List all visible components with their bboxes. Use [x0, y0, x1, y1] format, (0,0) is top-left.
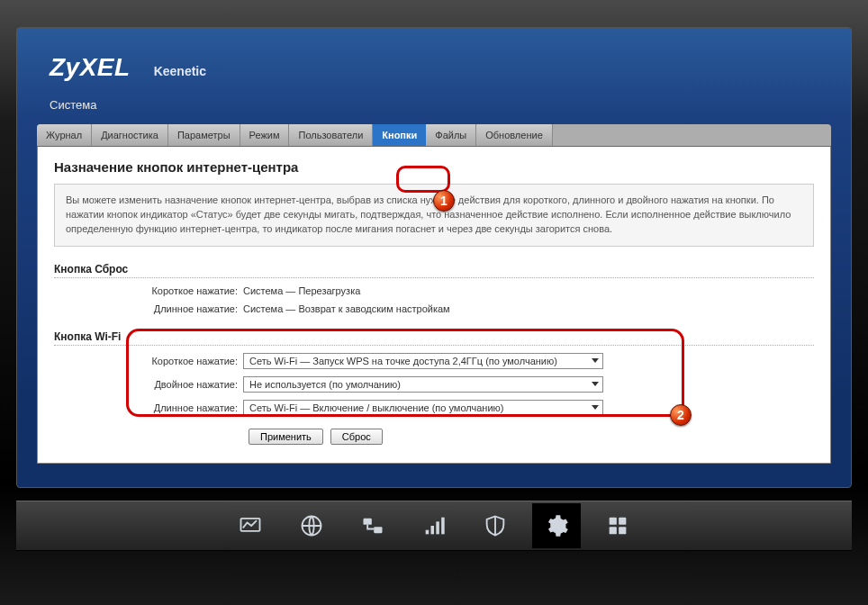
tab-parameters[interactable]: Параметры [168, 124, 240, 146]
tab-mode[interactable]: Режим [240, 124, 290, 146]
svg-rect-3 [374, 527, 382, 533]
wifi-long-select[interactable]: Сеть Wi-Fi — Включение / выключение (по … [243, 400, 603, 416]
wifi-short-label: Короткое нажатие: [54, 356, 243, 366]
reset-button-heading: Кнопка Сброс [54, 263, 814, 278]
tab-journal[interactable]: Журнал [37, 124, 92, 146]
wifi-short-row: Короткое нажатие: Сеть Wi-Fi — Запуск WP… [54, 353, 814, 369]
svg-rect-7 [441, 518, 445, 535]
taskbar-globe-icon[interactable] [287, 503, 336, 548]
svg-rect-4 [426, 530, 429, 535]
wifi-long-label: Длинное нажатие: [54, 402, 243, 413]
svg-rect-11 [619, 527, 626, 534]
wifi-double-label: Двойное нажатие: [54, 379, 243, 390]
action-row: Применить Сброс [54, 429, 814, 445]
svg-rect-6 [436, 521, 439, 534]
reset-short-value: Система — Перезагрузка [243, 285, 360, 296]
chevron-down-icon [592, 405, 599, 410]
apply-button[interactable]: Применить [249, 429, 323, 445]
wifi-button-heading: Кнопка Wi-Fi [54, 330, 814, 346]
wifi-double-row: Двойное нажатие: Не используется (по умо… [54, 376, 814, 393]
section-label: Система [50, 98, 818, 112]
reset-long-label: Длинное нажатие: [54, 303, 243, 314]
wifi-double-select[interactable]: Не используется (по умолчанию) [243, 376, 603, 393]
reset-long-value: Система — Возврат к заводским настройкам [243, 303, 450, 314]
reset-long-row: Длинное нажатие: Система — Возврат к зав… [54, 303, 814, 314]
chevron-down-icon [592, 382, 599, 386]
svg-rect-2 [364, 519, 372, 525]
tab-files[interactable]: Файлы [426, 124, 476, 146]
wifi-double-value: Не используется (по умолчанию) [249, 379, 401, 390]
tab-update[interactable]: Обновление [476, 124, 553, 146]
wifi-long-row: Длинное нажатие: Сеть Wi-Fi — Включение … [54, 400, 814, 416]
wifi-long-value: Сеть Wi-Fi — Включение / выключение (по … [249, 402, 503, 413]
annotation-badge-2: 2 [670, 404, 692, 426]
svg-rect-8 [610, 518, 617, 525]
reset-short-row: Короткое нажатие: Система — Перезагрузка [54, 285, 814, 296]
help-text: Вы можете изменить назначение кнопок инт… [54, 184, 814, 247]
tab-diagnostics[interactable]: Диагностика [92, 124, 168, 146]
taskbar-signal-icon[interactable] [410, 503, 458, 548]
page-title: Назначение кнопок интернет-центра [54, 159, 814, 175]
model-name: Keenetic [154, 64, 206, 78]
taskbar-network-icon[interactable] [348, 503, 397, 548]
svg-rect-10 [610, 527, 617, 534]
brand-logo: ZyXEL [50, 53, 131, 82]
svg-rect-5 [431, 526, 435, 534]
svg-rect-9 [619, 518, 626, 525]
app-window: ZyXEL Keenetic Система Журнал Диагностик… [16, 27, 852, 488]
annotation-badge-1: 1 [433, 190, 455, 212]
taskbar-monitor-icon[interactable] [226, 503, 275, 548]
wifi-short-select[interactable]: Сеть Wi-Fi — Запуск WPS на точке доступа… [243, 353, 603, 369]
wifi-short-value: Сеть Wi-Fi — Запуск WPS на точке доступа… [249, 356, 557, 366]
taskbar-gear-icon[interactable] [532, 503, 581, 548]
header: ZyXEL Keenetic Система [17, 28, 851, 117]
tab-users[interactable]: Пользователи [289, 124, 373, 146]
bottom-taskbar [16, 501, 852, 551]
tab-bar: Журнал Диагностика Параметры Режим Польз… [37, 124, 831, 147]
tab-buttons[interactable]: Кнопки [373, 124, 426, 146]
taskbar-apps-icon[interactable] [593, 503, 642, 548]
reset-short-label: Короткое нажатие: [54, 285, 243, 296]
taskbar-shield-icon[interactable] [471, 503, 520, 548]
chevron-down-icon [592, 358, 599, 363]
reset-button[interactable]: Сброс [330, 429, 383, 445]
